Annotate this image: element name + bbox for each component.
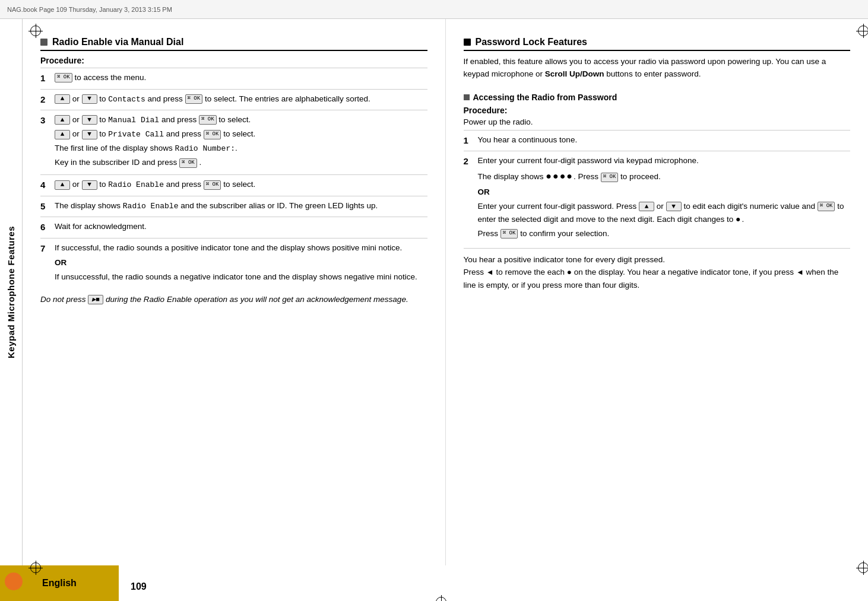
dots-display-1: ●●●●	[546, 171, 574, 181]
left-step-4: 4 ▲ or ▼ to Radio Enable and press ⌘ OK …	[40, 174, 427, 196]
left-step-2: 2 ▲ or ▼ to Contacts and press ⌘ OK to s…	[40, 89, 427, 110]
ok-button-4: ⌘ OK	[204, 180, 221, 190]
down-button-r2: ▼	[666, 202, 682, 211]
right-intro-text: If enabled, this feature allows you to a…	[464, 56, 851, 81]
sidebar-label: Keypad Microphone Features	[0, 19, 23, 565]
right-section-icon	[464, 39, 471, 46]
ok-button-r2b: ⌘ OK	[818, 202, 835, 211]
left-steps-list: 1 ⌘ OK to access the menu. 2 ▲ or ▼ to C…	[40, 68, 427, 289]
page-number: 109	[131, 581, 147, 592]
down-button-2: ▼	[82, 94, 97, 104]
right-step-2: 2 Enter your current four-digit password…	[464, 151, 851, 245]
right-subsection-title: Accessing the Radio from Password	[473, 93, 617, 102]
ok-button-r2c: ⌘ OK	[500, 229, 518, 239]
italic-note: Do not press ▶■ during the Radio Enable …	[40, 294, 427, 306]
ok-button-3b: ⌘ OK	[204, 130, 221, 139]
down-button-3a: ▼	[82, 115, 97, 125]
menu-button-icon: ⌘ OK	[55, 73, 72, 82]
left-step-7: 7 If successful, the radio sounds a posi…	[40, 238, 427, 289]
right-step-1: 1 You hear a continuous tone.	[464, 130, 851, 151]
ok-button-r2a: ⌘ OK	[601, 173, 619, 182]
left-arrow-1: ◄	[486, 268, 494, 276]
right-subsection-icon	[464, 94, 470, 100]
ok-button-3a: ⌘ OK	[199, 115, 217, 125]
right-section-title: Password Lock Features	[476, 37, 588, 47]
right-step-1-text: You hear a continuous tone.	[478, 135, 578, 144]
up-button-4: ▲	[55, 180, 70, 190]
down-button-4: ▼	[82, 180, 97, 190]
left-procedure-label: Procedure:	[40, 56, 427, 65]
right-section-header: Password Lock Features	[464, 37, 851, 51]
orange-circle	[5, 573, 23, 590]
right-column: Password Lock Features If enabled, this …	[446, 19, 869, 565]
left-step-5: 5 The display shows Radio Enable and the…	[40, 196, 427, 217]
ok-button-3c: ⌘ OK	[179, 158, 197, 168]
back-button-note: ▶■	[88, 295, 103, 304]
left-column: Radio Enable via Manual Dial Procedure: …	[23, 19, 446, 565]
up-button-3b: ▲	[55, 130, 70, 139]
header-text: NAG.book Page 109 Thursday, January 3, 2…	[7, 6, 172, 13]
left-section-header: Radio Enable via Manual Dial	[40, 37, 427, 51]
left-section-icon	[40, 39, 47, 46]
left-section-title: Radio Enable via Manual Dial	[52, 37, 183, 47]
left-step-6: 6 Wait for acknowledgment.	[40, 217, 427, 238]
down-button-3b: ▼	[82, 130, 97, 139]
left-step-3: 3 ▲ or ▼ to Manual Dial and press ⌘ OK t…	[40, 110, 427, 174]
up-button-r2: ▲	[639, 202, 654, 211]
header-bar: NAG.book Page 109 Thursday, January 3, 2…	[0, 0, 868, 19]
left-arrow-2: ◄	[796, 268, 804, 276]
bottom-tab-text: English	[42, 578, 77, 589]
dot-single: ●	[736, 214, 742, 224]
content-area: Radio Enable via Manual Dial Procedure: …	[23, 19, 868, 565]
up-button-2: ▲	[55, 94, 70, 104]
up-button-3a: ▲	[55, 115, 70, 125]
step-6-text: Wait for acknowledgment.	[55, 222, 147, 231]
right-procedure-label: Procedure:	[464, 106, 851, 115]
right-steps-list: 1 You hear a continuous tone. 2 Enter yo…	[464, 130, 851, 246]
ok-button-2: ⌘ OK	[185, 94, 203, 104]
right-subsection-header: Accessing the Radio from Password	[464, 93, 851, 102]
sidebar-label-text: Keypad Microphone Features	[6, 226, 16, 358]
right-extra-text: You hear a positive indicator tone for e…	[464, 248, 851, 292]
left-step-1: 1 ⌘ OK to access the menu.	[40, 68, 427, 89]
right-procedure-intro: Power up the radio.	[464, 117, 851, 126]
